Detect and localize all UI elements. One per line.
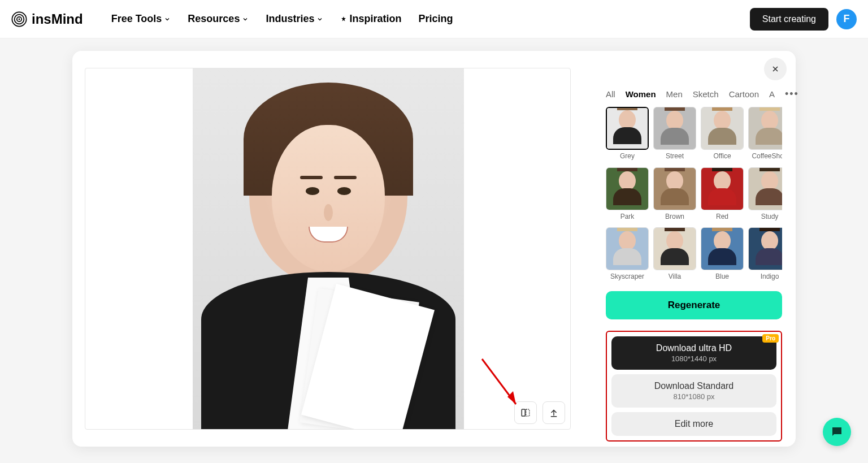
style-thumb: [653, 167, 696, 210]
tab-women[interactable]: Women: [626, 89, 656, 99]
logo[interactable]: insMind: [11, 11, 83, 27]
style-thumb: [653, 107, 696, 150]
download-standard-button[interactable]: Download Standard 810*1080 px: [611, 374, 776, 408]
sparkle-icon: [340, 16, 347, 23]
style-label: CoffeeShop: [752, 152, 782, 160]
nav-resources[interactable]: Resources: [188, 13, 249, 25]
nav-inspiration[interactable]: Inspiration: [340, 13, 401, 25]
edit-more-label: Edit more: [618, 419, 770, 429]
style-label: Study: [761, 213, 779, 220]
download-std-title: Download Standard: [618, 381, 770, 391]
style-indigo[interactable]: Indigo: [748, 227, 782, 283]
sidebar: AllWomenMenSketchCartoonA••• GreyStreetO…: [592, 51, 796, 447]
style-label: Street: [666, 152, 684, 160]
style-thumb: [701, 167, 744, 210]
edit-more-button[interactable]: Edit more: [611, 412, 776, 436]
style-thumb: [748, 227, 782, 270]
regenerate-button[interactable]: Regenerate: [606, 291, 782, 319]
canvas-area: [72, 51, 592, 447]
download-hd-title: Download ultra HD: [618, 343, 770, 353]
download-std-sub: 810*1080 px: [618, 392, 770, 401]
style-thumb: [748, 107, 782, 150]
close-button[interactable]: [764, 58, 787, 80]
style-skyscraper[interactable]: Skyscraper: [606, 227, 649, 283]
style-coffeeshop[interactable]: CoffeeShop: [748, 107, 782, 163]
chat-icon: [830, 425, 844, 439]
style-study[interactable]: Study: [748, 167, 782, 223]
style-street[interactable]: Street: [653, 107, 696, 163]
brand-text: insMind: [32, 11, 83, 27]
style-label: Blue: [715, 272, 729, 280]
style-park[interactable]: Park: [606, 167, 649, 223]
tab-cartoon[interactable]: Cartoon: [729, 89, 759, 99]
svg-point-3: [19, 18, 20, 20]
download-hd-sub: 1080*1440 px: [618, 354, 770, 363]
style-thumb: [606, 167, 649, 210]
nav-free-tools[interactable]: Free Tools: [111, 13, 171, 25]
nav: Free ToolsResourcesIndustriesInspiration…: [111, 13, 453, 25]
category-tabs: AllWomenMenSketchCartoonA•••: [606, 88, 782, 100]
style-red[interactable]: Red: [701, 167, 744, 223]
style-thumb: [606, 227, 649, 270]
style-thumb: [653, 227, 696, 270]
svg-marker-5: [507, 391, 516, 404]
chevron-down-icon: [242, 16, 249, 23]
style-grey[interactable]: Grey: [606, 107, 649, 163]
tab-all[interactable]: All: [606, 89, 615, 99]
style-brown[interactable]: Brown: [653, 167, 696, 223]
close-icon: [771, 64, 780, 73]
style-thumb: [701, 227, 744, 270]
style-thumb: [606, 107, 649, 150]
style-label: Villa: [669, 272, 681, 280]
style-label: Park: [620, 213, 635, 220]
upload-button[interactable]: [542, 401, 565, 424]
style-office[interactable]: Office: [701, 107, 744, 163]
style-label: Indigo: [761, 272, 779, 280]
pro-badge: Pro: [762, 334, 779, 343]
download-panel: Pro Download ultra HD 1080*1440 px Downl…: [606, 331, 782, 442]
svg-rect-7: [526, 409, 530, 416]
header-right: Start creating F: [750, 8, 857, 31]
nav-label: Inspiration: [349, 13, 401, 25]
style-label: Red: [716, 213, 728, 220]
logo-icon: [11, 11, 27, 27]
avatar[interactable]: F: [836, 9, 857, 29]
download-ultra-hd-button[interactable]: Pro Download ultra HD 1080*1440 px: [611, 336, 776, 370]
style-thumb: [748, 167, 782, 210]
style-blue[interactable]: Blue: [701, 227, 744, 283]
nav-label: Industries: [266, 13, 314, 25]
header: insMind Free ToolsResourcesIndustriesIns…: [0, 0, 868, 38]
style-label: Brown: [665, 213, 684, 220]
main-image: [193, 68, 464, 430]
nav-industries[interactable]: Industries: [266, 13, 323, 25]
nav-label: Pricing: [418, 13, 453, 25]
nav-label: Resources: [188, 13, 240, 25]
chevron-down-icon: [316, 16, 323, 23]
start-creating-button[interactable]: Start creating: [750, 8, 828, 31]
style-villa[interactable]: Villa: [653, 227, 696, 283]
chevron-down-icon: [164, 16, 171, 23]
tab-men[interactable]: Men: [666, 89, 683, 99]
arrow-annotation: [479, 356, 524, 413]
style-label: Skyscraper: [610, 272, 644, 280]
style-grid: GreyStreetOfficeCoffeeShopParkBrownRedSt…: [606, 107, 782, 283]
nav-pricing[interactable]: Pricing: [418, 13, 453, 25]
workspace: AllWomenMenSketchCartoonA••• GreyStreetO…: [72, 51, 796, 447]
style-label: Grey: [620, 152, 635, 160]
nav-label: Free Tools: [111, 13, 162, 25]
chat-button[interactable]: [823, 418, 851, 446]
style-label: Office: [713, 152, 731, 160]
tab-a[interactable]: A: [769, 89, 775, 99]
tab-sketch[interactable]: Sketch: [693, 89, 719, 99]
more-icon[interactable]: •••: [785, 88, 799, 100]
style-thumb: [701, 107, 744, 150]
